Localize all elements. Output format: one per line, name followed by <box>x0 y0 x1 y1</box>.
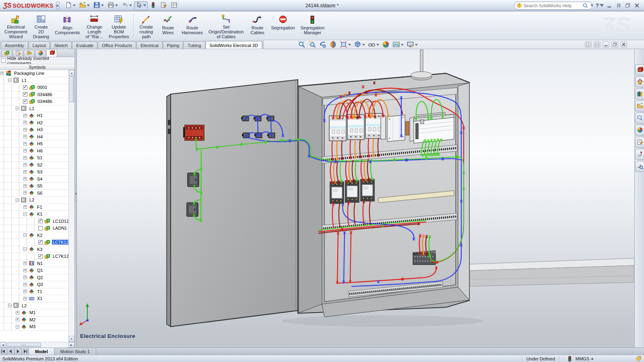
expand-icon[interactable]: + <box>16 311 19 315</box>
tree-item-h2[interactable]: +H2 <box>0 119 68 127</box>
plc-module[interactable] <box>414 112 454 143</box>
door-switch-2[interactable] <box>187 203 198 216</box>
tree-item-m3[interactable]: −M3 <box>0 323 68 331</box>
expand-icon[interactable]: + <box>23 276 27 279</box>
options-list-button[interactable] <box>169 1 179 10</box>
route-wires-button[interactable]: RouteWires <box>157 12 179 39</box>
viewport-split-vertical-button[interactable] <box>594 41 601 47</box>
tab-assembly[interactable]: Assembly <box>1 41 28 49</box>
scroll-up-arrow[interactable]: ▲ <box>69 70 74 76</box>
hide-show-items-button[interactable] <box>368 41 379 49</box>
auxiliary-module[interactable] <box>381 116 386 139</box>
tree-item-l1[interactable]: −L1 <box>0 105 68 113</box>
tree-item-l2[interactable]: −L2 <box>0 197 68 204</box>
first-frame-button[interactable] <box>0 348 7 355</box>
tree-item-h5[interactable]: +H5 <box>0 140 68 148</box>
route-analysis-tab-button[interactable] <box>635 161 644 172</box>
expand-icon[interactable]: + <box>23 261 27 265</box>
collapse-icon[interactable]: − <box>23 212 27 216</box>
tree-item-label[interactable]: K2 <box>36 233 43 238</box>
document-minimize-button[interactable] <box>603 41 609 47</box>
electrical-3d-tab-button[interactable] <box>635 64 644 75</box>
tab-evaluate[interactable]: Evaluate <box>72 41 97 49</box>
tree-item-034486[interactable]: 034486 <box>0 91 68 99</box>
document-restore-button[interactable] <box>611 41 618 47</box>
tree-item-label[interactable]: 0001 <box>37 85 48 90</box>
view-palette-tab-button[interactable] <box>635 113 644 123</box>
dropdown-caret-icon[interactable] <box>73 4 76 6</box>
next-frame-button[interactable] <box>14 348 22 355</box>
tree-item-label[interactable]: 034486 <box>37 99 53 104</box>
edit-appearance-button[interactable] <box>382 41 390 49</box>
expand-icon[interactable]: + <box>23 297 27 300</box>
edit-properties-button[interactable] <box>159 1 169 10</box>
tree-item-label[interactable]: S3 <box>36 169 43 174</box>
apply-scene-button[interactable] <box>392 41 404 49</box>
tree-item-h6[interactable]: +H6 <box>0 148 68 155</box>
expand-icon[interactable]: + <box>23 269 27 272</box>
tree-item-label[interactable]: Packaging Line <box>13 71 45 76</box>
tree-item-label[interactable]: K1 <box>36 212 43 216</box>
din-contactor[interactable] <box>361 179 374 201</box>
tree-item-label[interactable]: H4 <box>36 134 43 139</box>
tree-item-034486[interactable]: 034486 <box>0 98 68 105</box>
display-style-button[interactable] <box>354 41 365 49</box>
tree-item-lc7k12[interactable]: LC7K12 <box>0 253 68 260</box>
tree-item-q3[interactable]: +Q3 <box>0 281 68 288</box>
print-button[interactable] <box>106 1 120 10</box>
expand-icon[interactable]: + <box>23 177 27 181</box>
units-selector[interactable]: MMGS <box>576 356 594 361</box>
previous-frame-button[interactable] <box>7 348 14 355</box>
dropdown-caret-icon[interactable] <box>101 4 104 6</box>
din-contactor[interactable] <box>345 181 359 202</box>
door-panel[interactable] <box>167 80 298 327</box>
electrical-component-wizard-button[interactable]: ElectricalComponentWizard <box>2 12 30 39</box>
tree-vertical-scrollbar[interactable]: ▲ ▼ <box>68 70 74 342</box>
collapse-icon[interactable]: − <box>16 198 19 202</box>
view-settings-button[interactable] <box>407 41 418 49</box>
tag-icon[interactable] <box>636 356 642 361</box>
last-frame-button[interactable] <box>22 348 29 355</box>
new-document-button[interactable] <box>64 1 77 10</box>
tree-item-k1[interactable]: −K1 <box>0 211 68 218</box>
zoom-to-area-button[interactable] <box>308 41 316 49</box>
custom-properties-tab-button[interactable] <box>635 137 644 148</box>
tree-item-label[interactable]: S2 <box>36 162 43 167</box>
visibility-checkbox[interactable] <box>23 92 27 97</box>
expand-icon[interactable]: + <box>23 156 27 160</box>
expand-icon[interactable]: + <box>0 72 4 75</box>
dropdown-caret-icon[interactable] <box>600 3 604 8</box>
dropdown-caret-icon[interactable] <box>143 4 146 6</box>
expand-icon[interactable]: + <box>23 290 27 293</box>
cascade-button[interactable] <box>623 2 632 9</box>
dropdown-caret-icon[interactable] <box>87 4 90 6</box>
hide-inserted-checkbox[interactable] <box>1 58 6 63</box>
tree-item-label[interactable]: M3 <box>29 324 36 329</box>
visibility-checkbox[interactable] <box>38 240 43 245</box>
tree-item-label[interactable]: L1 <box>21 78 27 83</box>
tree-item-h1[interactable]: +H1 <box>0 112 68 119</box>
tree-item-label[interactable]: H6 <box>36 148 43 153</box>
home-tab-button[interactable] <box>635 76 644 87</box>
tree-item-s1[interactable]: +S1 <box>0 154 68 162</box>
change-length-button[interactable]: ChangeLengthof "Rai… <box>83 12 106 39</box>
update-bom-properties-button[interactable]: UpdateBOMProperties <box>106 12 132 39</box>
save-button[interactable] <box>92 1 105 10</box>
tree-item-lc1d12[interactable]: LC1D12 <box>0 218 68 225</box>
tree-item-s6[interactable]: +S6 <box>0 190 68 197</box>
rebuild-traffic-light-icon[interactable] <box>568 356 572 362</box>
dropdown-caret-icon[interactable] <box>401 44 404 46</box>
tree-item-label[interactable]: LC7K12 <box>52 254 68 259</box>
tree-item-f1[interactable]: +F1 <box>0 204 68 211</box>
expand-icon[interactable]: + <box>23 283 27 286</box>
dropdown-caret-icon[interactable] <box>362 44 365 46</box>
circuit-breaker[interactable] <box>329 116 346 141</box>
hide-inserted-components-row[interactable]: Hide already inserted components <box>0 57 74 64</box>
tree-item-t1[interactable]: +T1 <box>0 288 68 296</box>
document-close-button[interactable] <box>620 41 627 47</box>
tree-item-k2[interactable]: −K2 <box>0 232 68 239</box>
tree-item-label[interactable]: S4 <box>36 177 43 181</box>
help-search-box[interactable]: ? <box>514 2 592 10</box>
dropdown-caret-icon[interactable] <box>115 4 118 6</box>
collapse-icon[interactable]: − <box>8 78 12 82</box>
